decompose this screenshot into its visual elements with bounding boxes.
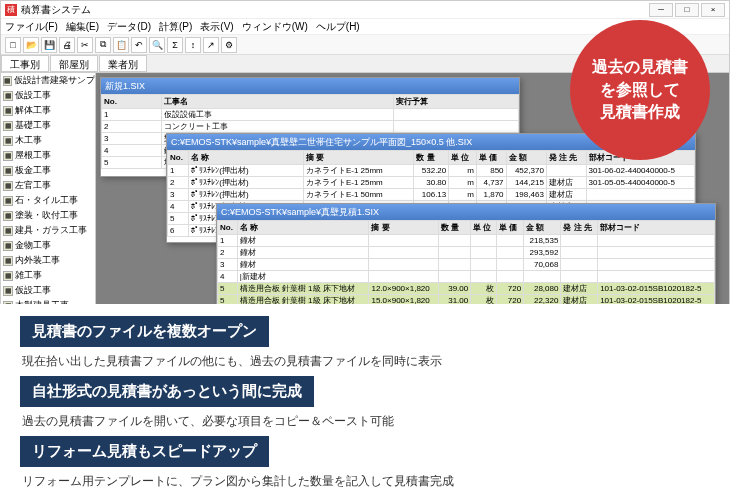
- col-header[interactable]: 発 注 先: [561, 221, 598, 235]
- cell[interactable]: m: [449, 189, 477, 201]
- cell[interactable]: [496, 271, 523, 283]
- col-header[interactable]: 部材コード: [598, 221, 715, 235]
- cell[interactable]: 仮設設備工事: [162, 109, 394, 121]
- cell[interactable]: カネライトE-1 25mm: [303, 177, 413, 189]
- menu-calc[interactable]: 計算(P): [159, 20, 192, 34]
- col-header[interactable]: 摘 要: [303, 151, 413, 165]
- cell[interactable]: 4: [102, 145, 162, 157]
- cell[interactable]: [496, 247, 523, 259]
- cell[interactable]: 5: [218, 283, 238, 295]
- cell[interactable]: 5: [168, 213, 189, 225]
- cell[interactable]: 鐘材: [237, 259, 369, 271]
- cell[interactable]: 3: [168, 189, 189, 201]
- cell[interactable]: 293,592: [524, 247, 561, 259]
- col-header[interactable]: 工事名: [162, 95, 394, 109]
- sort-icon[interactable]: ↕: [185, 37, 201, 53]
- tree-item[interactable]: ▦内外装工事: [1, 253, 95, 268]
- cell[interactable]: 850: [476, 165, 506, 177]
- cell[interactable]: 鐘材: [237, 235, 369, 247]
- col-header[interactable]: 単 位: [449, 151, 477, 165]
- cell[interactable]: [394, 121, 519, 133]
- tree-item[interactable]: ▦屋根工事: [1, 148, 95, 163]
- cell[interactable]: ﾎﾟﾘｽﾁﾚﾝ(押出材): [189, 177, 304, 189]
- cell[interactable]: 720: [496, 283, 523, 295]
- col-header[interactable]: 摘 要: [369, 221, 438, 235]
- cell[interactable]: コンクリート工事: [162, 121, 394, 133]
- cell[interactable]: m: [449, 177, 477, 189]
- table-row[interactable]: 3ﾎﾟﾘｽﾁﾚﾝ(押出材)カネライトE-1 50mm106.13m1,87019…: [168, 189, 695, 201]
- cell[interactable]: [586, 189, 694, 201]
- cell[interactable]: 28,080: [524, 283, 561, 295]
- cell[interactable]: [438, 247, 470, 259]
- table-row[interactable]: 1仮設設備工事: [102, 109, 519, 121]
- cell[interactable]: 2: [102, 121, 162, 133]
- export-icon[interactable]: ↗: [203, 37, 219, 53]
- cell[interactable]: ﾎﾟﾘｽﾁﾚﾝ(押出材): [189, 189, 304, 201]
- cell[interactable]: [561, 247, 598, 259]
- cut-icon[interactable]: ✂: [77, 37, 93, 53]
- cell[interactable]: 106.13: [414, 189, 449, 201]
- print-icon[interactable]: 🖨: [59, 37, 75, 53]
- tree-item[interactable]: ▦仮設計書建築サンプル: [1, 73, 95, 88]
- calc-icon[interactable]: Σ: [167, 37, 183, 53]
- cell[interactable]: [471, 271, 497, 283]
- col-header[interactable]: No.: [168, 151, 189, 165]
- cell[interactable]: [438, 271, 470, 283]
- cell[interactable]: [561, 259, 598, 271]
- cell[interactable]: [471, 247, 497, 259]
- child-title-3[interactable]: C:¥EMOS-STK¥sample¥真壁見積1.SIX: [217, 204, 715, 220]
- table-row[interactable]: 4|新建材: [218, 271, 715, 283]
- cell[interactable]: 301-06-02-440040000-5: [586, 165, 694, 177]
- cell[interactable]: 1: [218, 235, 238, 247]
- cell[interactable]: 301-05-05-440040000-5: [586, 177, 694, 189]
- table-row[interactable]: 2ﾎﾟﾘｽﾁﾚﾝ(押出材)カネライトE-1 25mm30.80m4,737144…: [168, 177, 695, 189]
- tree-item[interactable]: ▦板金工事: [1, 163, 95, 178]
- cell[interactable]: [598, 247, 715, 259]
- cell[interactable]: 12.0×900×1,820: [369, 283, 438, 295]
- cell[interactable]: 構造用合板 針葉樹 1級 床下地材: [237, 283, 369, 295]
- col-header[interactable]: No.: [218, 221, 238, 235]
- cell[interactable]: 1: [102, 109, 162, 121]
- tab-koji[interactable]: 工事別: [1, 55, 49, 72]
- child-title-1[interactable]: 新規1.SIX: [101, 78, 519, 94]
- menu-data[interactable]: データ(D): [107, 20, 151, 34]
- minimize-button[interactable]: ─: [649, 3, 673, 17]
- cell[interactable]: [369, 259, 438, 271]
- maximize-button[interactable]: □: [675, 3, 699, 17]
- table-row[interactable]: 2コンクリート工事: [102, 121, 519, 133]
- col-header[interactable]: 発 注 先: [546, 151, 586, 165]
- copy-icon[interactable]: ⧉: [95, 37, 111, 53]
- table-row[interactable]: 1鐘材 218,535: [218, 235, 715, 247]
- col-header[interactable]: 単 価: [496, 221, 523, 235]
- col-header[interactable]: 数 量: [414, 151, 449, 165]
- table-row[interactable]: 3鐘材 70,068: [218, 259, 715, 271]
- cell[interactable]: 101-03-02-015SB1020182-5: [598, 283, 715, 295]
- cell[interactable]: |新建材: [237, 271, 369, 283]
- cell[interactable]: 1: [168, 165, 189, 177]
- menu-view[interactable]: 表示(V): [200, 20, 233, 34]
- col-header[interactable]: No.: [102, 95, 162, 109]
- cell[interactable]: 4: [168, 201, 189, 213]
- cell[interactable]: [438, 259, 470, 271]
- col-header[interactable]: 数 量: [438, 221, 470, 235]
- search-icon[interactable]: 🔍: [149, 37, 165, 53]
- tree-item[interactable]: ▦塗装・吹付工事: [1, 208, 95, 223]
- table-row[interactable]: 2鐘材 293,592: [218, 247, 715, 259]
- cell[interactable]: [598, 271, 715, 283]
- col-header[interactable]: 単 位: [471, 221, 497, 235]
- cell[interactable]: 198,463: [506, 189, 546, 201]
- cell[interactable]: [524, 271, 561, 283]
- cell[interactable]: [598, 235, 715, 247]
- close-button[interactable]: ×: [701, 3, 725, 17]
- tree-item[interactable]: ▦仮設工事: [1, 88, 95, 103]
- cell[interactable]: 1,870: [476, 189, 506, 201]
- cell[interactable]: m: [449, 165, 477, 177]
- cell[interactable]: [471, 235, 497, 247]
- cell[interactable]: 4: [218, 271, 238, 283]
- cell[interactable]: 枚: [471, 283, 497, 295]
- cell[interactable]: 2: [218, 247, 238, 259]
- cell[interactable]: 建材店: [546, 177, 586, 189]
- cell[interactable]: [496, 259, 523, 271]
- cell[interactable]: 39.00: [438, 283, 470, 295]
- col-header[interactable]: 単 価: [476, 151, 506, 165]
